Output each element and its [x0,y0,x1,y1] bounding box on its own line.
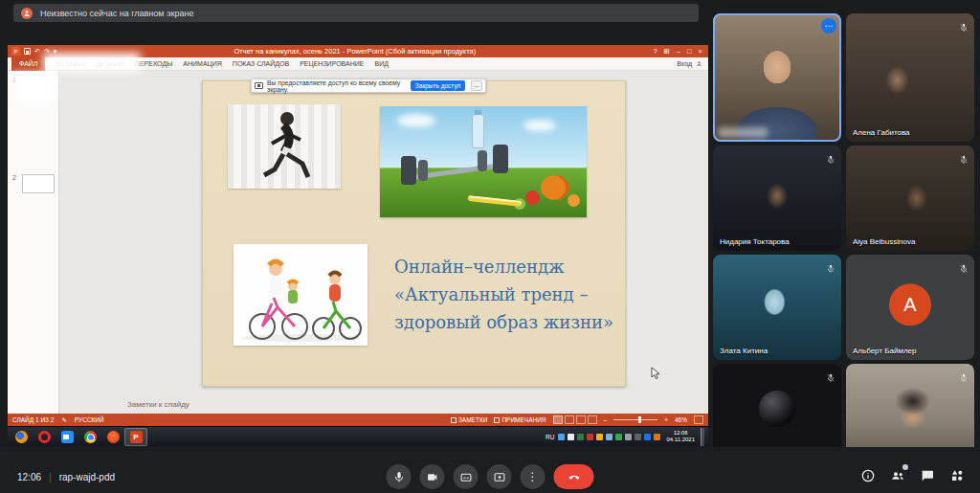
slideshow-view-button[interactable] [588,415,597,424]
tray-icon[interactable] [615,434,622,440]
participant-tile[interactable]: Злата Китина [713,255,841,360]
undo-icon[interactable]: ↶ [34,48,40,55]
captions-button[interactable] [454,464,479,489]
firefox-icon [15,431,28,443]
meeting-panels [860,468,965,487]
mic-button[interactable] [387,464,412,489]
taskbar-chrome[interactable] [78,428,101,446]
notes-toggle[interactable]: ЗАМЕТКИ [451,416,487,423]
taskbar-firefox[interactable] [10,428,33,446]
stop-sharing-button[interactable]: Закрыть доступ [411,80,465,91]
screen-icon [255,82,263,89]
participant-tile[interactable]: Aiya Beibussinova [846,146,974,251]
participant-tile[interactable]: А Альберт Баймлер [846,255,974,360]
slide-thumbnails-panel[interactable]: 1 2 [8,71,59,414]
language-tray-indicator[interactable]: RU [546,434,554,440]
tab-review[interactable]: РЕЦЕНЗИРОВАНИЕ [300,60,364,67]
zoom-out-button[interactable]: – [604,416,608,423]
fit-to-window-button[interactable] [694,415,703,424]
help-button[interactable]: ? [653,47,657,56]
chat-button[interactable] [920,468,935,487]
more-options-button[interactable]: ⋮ [521,464,546,489]
zoom-level[interactable]: 46% [675,416,687,423]
tray-icon[interactable] [606,434,612,440]
taskbar-clock[interactable]: 12:06 04.11.2021 [666,430,695,443]
tray-icon[interactable] [568,434,574,440]
tab-file[interactable]: ФАЙЛ [11,57,45,71]
notes-placeholder[interactable]: Заметки к слайду [127,400,189,409]
call-controls: ⋮ [387,464,594,489]
taskbar-powerpoint[interactable]: P [124,428,147,446]
zoom-in-button[interactable]: + [664,416,668,423]
comments-toggle[interactable]: ПРИМЕЧАНИЯ [494,416,546,423]
tile-menu-button[interactable]: ⋯ [821,18,836,34]
meeting-info: 12:06 | rap-wajd-pdd [17,472,115,482]
screen-share-banner: Вы предоставляете доступ ко всему своему… [251,78,486,93]
participant-name: Альберт Баймлер [853,347,917,355]
participant-name: Алена Габитова [853,128,910,137]
normal-view-button[interactable] [553,415,563,424]
zoom-slider[interactable] [613,419,657,420]
minimize-button[interactable]: – [677,47,680,56]
tab-view[interactable]: ВИД [374,60,388,67]
slide-sorter-view-button[interactable] [565,415,574,424]
info-button[interactable] [860,468,876,487]
participant-tile[interactable]: Нидария Токтарова [713,146,841,251]
tray-icon[interactable] [654,434,660,440]
avatar: А [889,283,931,325]
reading-view-button[interactable] [576,415,586,424]
mic-off-icon [826,370,835,379]
person-avatar-icon [21,8,33,19]
tab-slideshow[interactable]: ПОКАЗ СЛАЙДОВ [233,60,289,67]
show-desktop-button[interactable] [701,428,704,446]
ribbon-display-button[interactable]: ⊞ [664,47,670,56]
sign-in-button[interactable]: Вход [677,60,708,67]
tray-icon[interactable] [596,434,603,440]
blurred-participant-name [718,127,768,138]
taskbar-browser[interactable] [101,428,124,446]
end-call-button[interactable] [554,464,594,489]
participant-name: Злата Китина [720,347,768,355]
slide-image-fitness [380,106,587,217]
hide-banner-button[interactable]: — [471,80,482,91]
save-icon[interactable] [24,48,31,55]
tray-icon[interactable] [644,434,651,440]
tray-icon[interactable] [558,434,565,440]
notification-toast: Неизвестно сейчас на главном экране [13,4,699,22]
window-controls: ? ⊞ – □ × [653,47,704,56]
people-button[interactable] [890,468,905,487]
tray-icon[interactable] [577,434,584,440]
tray-icon[interactable] [625,434,632,440]
language-indicator[interactable]: РУССКИЙ [75,416,104,423]
participant-tile[interactable]: Алена Габитова [846,13,974,142]
activities-button[interactable] [949,468,965,487]
pumpkin-graphic [541,175,569,200]
opera-icon [38,431,51,443]
chrome-icon [84,431,97,443]
spell-check-icon[interactable]: ✎ [61,416,66,424]
restore-button[interactable]: □ [687,47,692,56]
slide-thumbnail-2[interactable] [22,174,55,193]
slide-canvas[interactable]: Онлайн–челлендж «Актуальный тренд – здор… [202,80,626,387]
participant-tile-speaker[interactable]: ⋯ [713,13,841,142]
tab-animations[interactable]: АНИМАЦИЯ [183,60,222,67]
webcam-sphere [759,391,795,427]
blurred-thumbnail-1 [12,73,56,103]
tray-icon[interactable] [635,434,641,440]
close-button[interactable]: × [699,47,702,56]
mic-off-icon [959,151,969,161]
windows-taskbar: P RU 12:06 04.11.2021 [8,426,708,446]
present-button[interactable] [487,464,512,489]
zoom-slider-thumb[interactable] [638,416,641,423]
taskbar-opera[interactable] [33,428,56,446]
user-icon [696,60,702,67]
taskbar-zoom[interactable] [56,428,78,446]
meeting-code: rap-wajd-pdd [59,472,115,482]
tray-icon[interactable] [587,434,593,440]
participant-name: Aiya Beibussinova [853,237,915,246]
thumbnail-number-2[interactable]: 2 [12,174,16,181]
zoom-app-icon [61,431,74,443]
camera-button[interactable] [420,464,445,489]
slide-title-text: Онлайн–челлендж «Актуальный тренд – здор… [394,254,622,336]
blurred-ribbon-region [43,53,141,72]
